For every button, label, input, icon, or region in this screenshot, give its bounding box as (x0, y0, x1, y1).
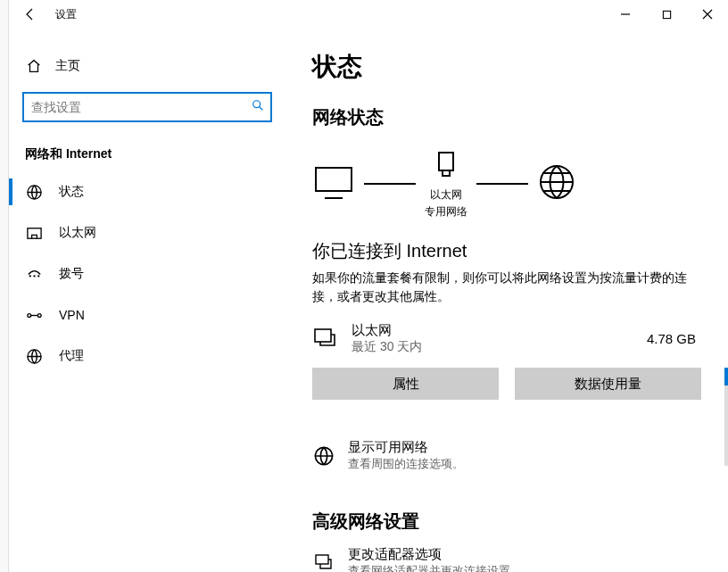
svg-rect-3 (27, 228, 40, 237)
search-input[interactable] (23, 93, 271, 121)
section-advanced: 高级网络设置 (312, 510, 701, 534)
sidebar-group-header: 网络和 Internet (9, 121, 285, 171)
sidebar-item-label: 拨号 (59, 266, 84, 282)
background-window-edge (0, 0, 9, 572)
dialup-icon (25, 266, 43, 283)
section-network-status: 网络状态 (312, 105, 701, 129)
sidebar-item-ethernet[interactable]: 以太网 (9, 212, 285, 253)
pc-icon (312, 164, 355, 203)
sidebar-item-label: 以太网 (59, 225, 96, 241)
ethernet-card-icon (312, 327, 339, 351)
sidebar-item-status[interactable]: 状态 (9, 171, 285, 212)
search-container (23, 93, 271, 121)
window-controls (605, 0, 728, 29)
adapter-period: 最近 30 天内 (352, 339, 634, 355)
adapter-options-link[interactable]: 更改适配器选项 查看网络适配器并更改连接设置。 (312, 546, 701, 572)
main-content: 状态 网络状态 以太网 专用网络 你已连接到 (285, 29, 728, 572)
svg-point-8 (37, 313, 41, 317)
adapter-usage: 4.78 GB (647, 331, 701, 346)
sidebar-item-dialup[interactable]: 拨号 (9, 253, 285, 294)
svg-point-6 (37, 275, 39, 277)
svg-rect-13 (315, 329, 331, 342)
proxy-icon (25, 348, 43, 365)
data-usage-button[interactable]: 数据使用量 (515, 368, 701, 400)
connected-body: 如果你的流量套餐有限制，则你可以将此网络设置为按流量计费的连接，或者更改其他属性… (312, 269, 701, 306)
sidebar: 主页 网络和 Internet 状态 (9, 29, 285, 572)
router-icon (434, 147, 459, 182)
ethernet-icon (25, 225, 43, 242)
sidebar-item-proxy[interactable]: 代理 (9, 336, 285, 377)
svg-rect-15 (316, 555, 328, 564)
diagram-eth-label: 以太网 (430, 187, 462, 203)
show-networks-title: 显示可用网络 (348, 439, 464, 456)
titlebar: 设置 (9, 0, 728, 29)
adapter-options-title: 更改适配器选项 (348, 546, 522, 563)
diagram-line (476, 183, 528, 185)
internet-globe-icon (537, 162, 576, 204)
diagram-eth-sub: 专用网络 (425, 204, 467, 220)
vpn-icon (25, 307, 43, 324)
globe-icon (312, 445, 335, 467)
scrollbar[interactable] (724, 368, 728, 466)
adapter-name: 以太网 (352, 322, 634, 339)
settings-window: 设置 主页 (9, 0, 728, 572)
svg-point-7 (27, 313, 30, 317)
home-link[interactable]: 主页 (9, 50, 285, 82)
home-label: 主页 (55, 58, 80, 74)
svg-rect-0 (663, 11, 670, 18)
window-title: 设置 (48, 7, 77, 22)
show-networks-sub: 查看周围的连接选项。 (348, 456, 464, 472)
sidebar-item-label: 状态 (59, 184, 84, 200)
adapter-options-icon (312, 552, 335, 573)
svg-rect-10 (316, 168, 352, 191)
maximize-button[interactable] (646, 0, 687, 29)
sidebar-item-label: 代理 (59, 348, 84, 364)
svg-point-4 (29, 275, 30, 277)
back-button[interactable] (12, 0, 48, 29)
sidebar-item-vpn[interactable]: VPN (9, 294, 285, 336)
diagram-line (364, 183, 416, 185)
svg-rect-11 (439, 153, 453, 170)
svg-point-5 (33, 275, 35, 277)
adapter-row: 以太网 最近 30 天内 4.78 GB (312, 322, 701, 355)
page-title: 状态 (312, 50, 701, 84)
adapter-options-sub: 查看网络适配器并更改连接设置。 (348, 563, 522, 572)
globe-icon (25, 184, 43, 201)
show-networks-link[interactable]: 显示可用网络 查看周围的连接选项。 (312, 439, 701, 472)
connected-heading: 你已连接到 Internet (312, 239, 701, 263)
home-icon (25, 58, 43, 74)
network-diagram: 以太网 专用网络 (312, 142, 701, 225)
properties-button[interactable]: 属性 (312, 368, 499, 400)
close-button[interactable] (687, 0, 728, 29)
minimize-button[interactable] (605, 0, 646, 29)
sidebar-item-label: VPN (59, 308, 85, 322)
